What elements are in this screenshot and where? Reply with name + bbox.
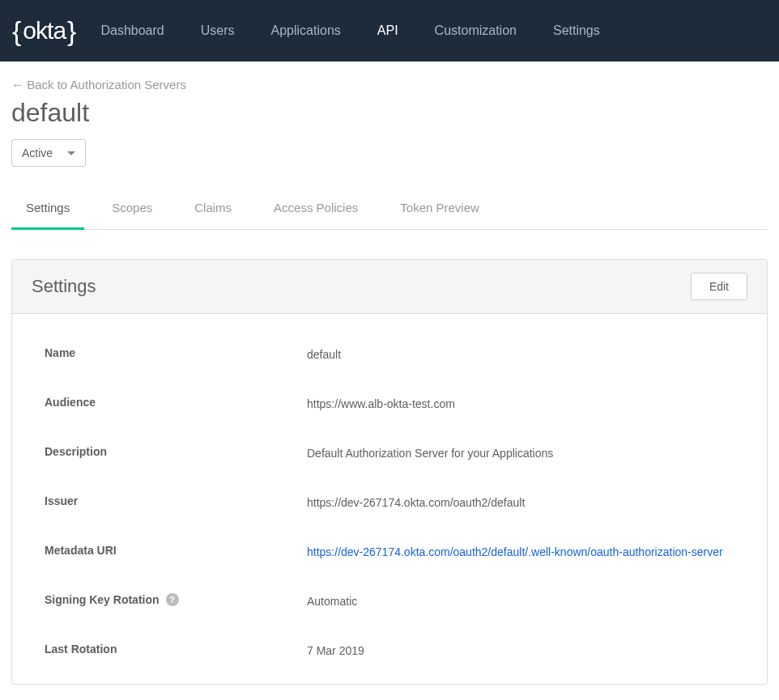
field-label-audience: Audience bbox=[45, 396, 307, 413]
nav-api[interactable]: API bbox=[377, 23, 398, 38]
brand-text: okta bbox=[21, 17, 67, 45]
status-dropdown-label: Active bbox=[22, 146, 53, 159]
brace-right-icon: } bbox=[67, 15, 76, 47]
panel-header: Settings Edit bbox=[12, 260, 767, 314]
top-navigation: { okta } Dashboard Users Applications AP… bbox=[0, 0, 779, 62]
tab-bar: Settings Scopes Claims Access Policies T… bbox=[11, 201, 768, 230]
status-dropdown[interactable]: Active bbox=[11, 139, 86, 167]
tab-access-policies[interactable]: Access Policies bbox=[274, 201, 358, 229]
field-metadata-uri: Metadata URI https://dev-267174.okta.com… bbox=[45, 544, 734, 561]
page-content: ← Back to Authorization Servers default … bbox=[0, 62, 779, 685]
brand-logo[interactable]: { okta } bbox=[12, 15, 76, 47]
field-label-issuer: Issuer bbox=[45, 494, 307, 511]
brace-left-icon: { bbox=[12, 15, 21, 47]
panel-title: Settings bbox=[32, 276, 96, 297]
field-value-last-rotation: 7 Mar 2019 bbox=[307, 643, 734, 660]
field-value-signing-key-rotation: Automatic bbox=[307, 593, 734, 610]
field-label-last-rotation: Last Rotation bbox=[45, 643, 307, 660]
field-name: Name default bbox=[45, 346, 734, 363]
metadata-uri-link[interactable]: https://dev-267174.okta.com/oauth2/defau… bbox=[307, 545, 723, 558]
field-value-issuer: https://dev-267174.okta.com/oauth2/defau… bbox=[307, 494, 734, 511]
field-label-name: Name bbox=[45, 346, 307, 363]
page-title: default bbox=[11, 98, 768, 128]
signing-key-rotation-text: Signing Key Rotation bbox=[45, 593, 160, 606]
edit-button[interactable]: Edit bbox=[691, 273, 747, 300]
field-value-metadata-uri: https://dev-267174.okta.com/oauth2/defau… bbox=[307, 544, 734, 561]
nav-dashboard[interactable]: Dashboard bbox=[100, 23, 164, 38]
panel-body: Name default Audience https://www.alb-ok… bbox=[12, 314, 767, 684]
field-signing-key-rotation: Signing Key Rotation ? Automatic bbox=[45, 593, 734, 610]
nav-settings[interactable]: Settings bbox=[553, 23, 600, 38]
help-icon[interactable]: ? bbox=[166, 593, 179, 606]
tab-scopes[interactable]: Scopes bbox=[112, 201, 152, 229]
settings-panel: Settings Edit Name default Audience http… bbox=[11, 259, 768, 685]
tab-settings[interactable]: Settings bbox=[26, 201, 70, 229]
field-value-description: Default Authorization Server for your Ap… bbox=[307, 445, 734, 462]
nav-customization[interactable]: Customization bbox=[435, 23, 517, 38]
nav-users[interactable]: Users bbox=[201, 23, 235, 38]
breadcrumb-back[interactable]: ← Back to Authorization Servers bbox=[11, 78, 768, 91]
field-last-rotation: Last Rotation 7 Mar 2019 bbox=[45, 643, 734, 660]
field-issuer: Issuer https://dev-267174.okta.com/oauth… bbox=[45, 494, 734, 511]
field-label-signing-key-rotation: Signing Key Rotation ? bbox=[45, 593, 307, 610]
field-description: Description Default Authorization Server… bbox=[45, 445, 734, 462]
field-label-metadata-uri: Metadata URI bbox=[45, 544, 307, 561]
tab-claims[interactable]: Claims bbox=[194, 201, 232, 229]
field-audience: Audience https://www.alb-okta-test.com bbox=[45, 396, 734, 413]
nav-applications[interactable]: Applications bbox=[271, 23, 341, 38]
nav-items: Dashboard Users Applications API Customi… bbox=[100, 23, 599, 38]
tab-token-preview[interactable]: Token Preview bbox=[400, 201, 479, 229]
field-value-name: default bbox=[307, 346, 734, 363]
field-value-audience: https://www.alb-okta-test.com bbox=[307, 396, 734, 413]
field-label-description: Description bbox=[45, 445, 307, 462]
caret-down-icon bbox=[67, 151, 75, 155]
